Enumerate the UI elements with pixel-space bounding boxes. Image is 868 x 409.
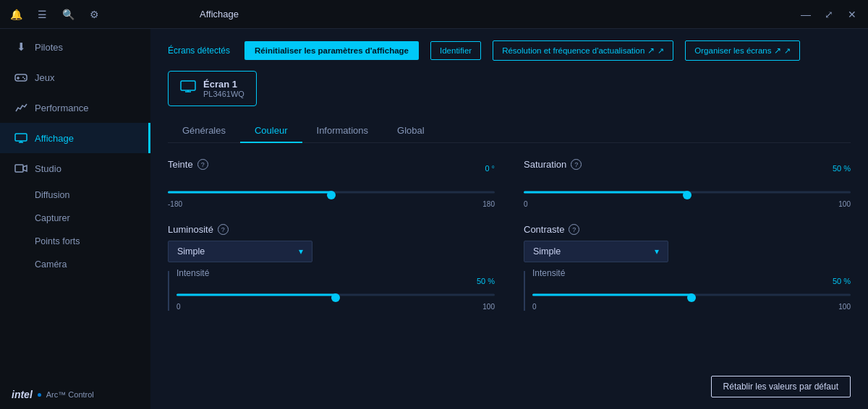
contraste-help-icon[interactable]: ? — [569, 224, 579, 235]
resolution-button[interactable]: Résolution et fréquence d'actualisation … — [493, 40, 673, 61]
contraste-intensite-group: Intensité 50 % 0 100 — [532, 268, 851, 311]
sidebar-item-camera[interactable]: Caméra — [0, 253, 150, 276]
contraste-intensite-range-wrapper — [532, 288, 851, 301]
sidebar-item-diffusion[interactable]: Diffusion — [0, 184, 150, 207]
screen-name: Écran 1 — [203, 79, 244, 90]
teinte-slider[interactable] — [168, 194, 495, 196]
teinte-help-icon[interactable]: ? — [197, 159, 208, 170]
svg-rect-10 — [181, 81, 195, 90]
window-controls: — ⤢ ✕ — [799, 7, 859, 22]
identifier-button[interactable]: Identifier — [430, 41, 481, 60]
saturation-help-icon[interactable]: ? — [571, 159, 582, 170]
teinte-range-labels: -180 180 — [168, 200, 495, 208]
controls-grid: Teinte ? 0 ° -180 180 — [168, 159, 851, 311]
contraste-label: Contraste — [524, 224, 564, 235]
luminosite-intensite-slider-container: 50 % 0 100 — [176, 288, 495, 311]
sidebar-item-pilotes[interactable]: ⬇ Pilotes — [0, 32, 150, 62]
sidebar-label-jeux: Jeux — [35, 72, 54, 83]
download-icon: ⬇ — [14, 40, 27, 53]
titlebar: 🔔 ☰ 🔍 ⚙ Affichage — ⤢ ✕ — [0, 0, 868, 29]
organiser-button[interactable]: Organiser les écrans ↗ — [685, 40, 800, 61]
contraste-intensite-value: 50 % — [833, 277, 851, 285]
luminosite-intensite-label: Intensité — [176, 268, 495, 278]
saturation-value: 50 % — [833, 164, 851, 173]
contraste-intensite-slider[interactable] — [532, 296, 851, 298]
external-link-icon-2: ↗ — [774, 46, 781, 56]
luminosite-dropdown[interactable]: Simple ▾ — [168, 241, 312, 262]
external-link-icon: ↗ — [647, 46, 655, 56]
luminosite-dropdown-value: Simple — [177, 246, 205, 257]
tabs: Générales Couleur Informations Global — [168, 119, 851, 143]
luminosite-intensite-value: 50 % — [477, 277, 495, 285]
screens-detected-label: Écrans détectés — [168, 46, 233, 56]
sidebar-label-studio: Studio — [35, 163, 61, 174]
tab-informations[interactable]: Informations — [302, 119, 383, 143]
svg-point-4 — [24, 78, 25, 79]
tab-generales[interactable]: Générales — [168, 119, 240, 143]
teinte-control: Teinte ? 0 ° -180 180 — [168, 159, 495, 208]
intel-logo: intel — [12, 389, 33, 400]
svg-point-3 — [22, 77, 24, 78]
teinte-slider-container: 0 ° -180 180 — [168, 176, 495, 208]
sidebar-label-performance: Performance — [35, 103, 88, 113]
saturation-slider[interactable] — [524, 194, 851, 196]
contraste-indent-group: Intensité 50 % 0 100 — [524, 268, 851, 311]
titlebar-left: 🔔 ☰ 🔍 ⚙ Affichage — [9, 7, 239, 22]
minimize-button[interactable]: — — [799, 7, 813, 22]
main-content: Écrans détectés Réinitialiser les paramè… — [150, 29, 868, 409]
maximize-button[interactable]: ⤢ — [822, 7, 836, 22]
teinte-label-row: Teinte ? — [168, 159, 495, 170]
saturation-label: Saturation — [524, 159, 566, 170]
luminosite-intensite-range-labels: 0 100 — [176, 303, 495, 311]
close-button[interactable]: ✕ — [845, 7, 859, 22]
tab-global[interactable]: Global — [383, 119, 439, 143]
contraste-intensite-label: Intensité — [532, 268, 851, 278]
menu-icon[interactable]: ☰ — [35, 7, 49, 22]
screen-model: PL3461WQ — [203, 90, 244, 98]
sidebar-label-affichage: Affichage — [35, 133, 74, 144]
screen-card-ecran1[interactable]: Écran 1 PL3461WQ — [168, 71, 257, 106]
chevron-down-icon-2: ▾ — [655, 246, 659, 257]
reinitialiser-button[interactable]: Réinitialiser les paramètres d'affichage — [244, 41, 419, 60]
app-body: ⬇ Pilotes Jeux Performance — [0, 29, 868, 409]
saturation-slider-container: 50 % 0 100 — [524, 176, 851, 208]
tab-couleur[interactable]: Couleur — [240, 119, 302, 143]
settings-icon[interactable]: ⚙ — [87, 7, 101, 22]
contraste-dropdown-value: Simple — [533, 246, 561, 257]
svg-marker-9 — [23, 165, 27, 171]
indent-line — [168, 271, 169, 311]
teinte-range-wrapper — [168, 186, 495, 199]
contraste-intensite-range-labels: 0 100 — [532, 303, 851, 311]
bottom-bar: Rétablir les valeurs par défaut — [711, 376, 851, 397]
sidebar-item-performance[interactable]: Performance — [0, 92, 150, 123]
sidebar-item-capturer[interactable]: Capturer — [0, 207, 150, 230]
arc-label: Arc™ Control — [46, 390, 94, 399]
contraste-control: Contraste ? Simple ▾ Intensité 50 % — [524, 224, 851, 311]
reset-defaults-button[interactable]: Rétablir les valeurs par défaut — [711, 376, 851, 397]
sidebar-label-pilotes: Pilotes — [35, 42, 63, 53]
luminosite-intensite-slider[interactable] — [176, 296, 495, 298]
luminosite-label: Luminosité — [168, 224, 213, 235]
contraste-label-row: Contraste ? — [524, 224, 851, 235]
teinte-value: 0 ° — [485, 164, 495, 173]
screen-info: Écran 1 PL3461WQ — [203, 79, 244, 98]
sidebar-item-points-forts[interactable]: Points forts — [0, 230, 150, 253]
sidebar-item-affichage[interactable]: Affichage › — [0, 123, 150, 153]
saturation-label-row: Saturation ? — [524, 159, 851, 170]
bell-icon[interactable]: 🔔 — [9, 7, 23, 22]
svg-rect-5 — [15, 134, 27, 141]
chevron-down-icon: ▾ — [299, 246, 303, 257]
search-icon[interactable]: 🔍 — [61, 7, 75, 22]
monitor-icon — [180, 80, 196, 97]
svg-rect-8 — [15, 165, 23, 172]
luminosite-label-row: Luminosité ? — [168, 224, 495, 235]
saturation-range-labels: 0 100 — [524, 200, 851, 208]
indent-line-2 — [524, 271, 525, 311]
sidebar-item-jeux[interactable]: Jeux — [0, 62, 150, 92]
sidebar-item-studio[interactable]: Studio — [0, 153, 150, 184]
luminosite-intensite-range-wrapper — [176, 288, 495, 301]
contraste-dropdown[interactable]: Simple ▾ — [524, 241, 668, 262]
screens-header: Écrans détectés Réinitialiser les paramè… — [168, 40, 851, 61]
luminosite-help-icon[interactable]: ? — [218, 224, 229, 235]
teinte-label: Teinte — [168, 159, 193, 170]
